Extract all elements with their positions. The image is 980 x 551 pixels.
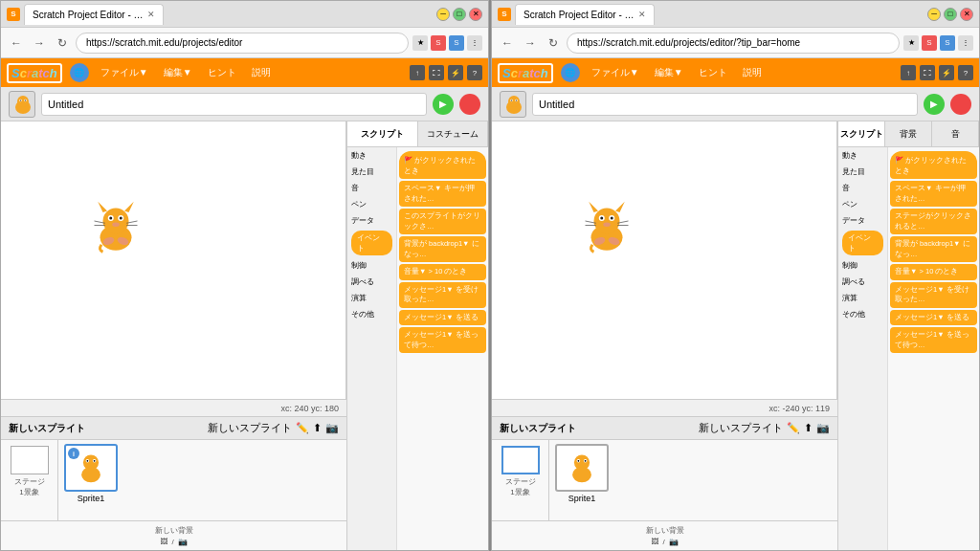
right-cat-control[interactable]: 制御 <box>838 257 887 274</box>
right-sprite-item-1[interactable]: Sprite1 <box>553 444 611 511</box>
right-refresh-btn[interactable]: ↻ <box>544 33 563 53</box>
left-ext-icon1[interactable]: S <box>431 35 446 51</box>
left-forward-btn[interactable]: → <box>30 33 49 53</box>
right-minimize-btn[interactable]: ─ <box>927 8 941 21</box>
right-block-3[interactable]: 背景が backdrop1▼ になっ… <box>890 236 977 262</box>
left-cat-more[interactable]: その他 <box>347 306 396 322</box>
right-cat-looks[interactable]: 見た目 <box>838 164 887 180</box>
left-cat-data[interactable]: データ <box>347 212 396 229</box>
right-fullscreen-icon[interactable]: ⛶ <box>920 65 935 80</box>
left-cat-operators[interactable]: 演算 <box>347 290 396 306</box>
left-cat-sprite[interactable] <box>87 198 145 255</box>
right-cat-sound[interactable]: 音 <box>838 180 887 196</box>
right-stage-canvas[interactable] <box>492 121 837 399</box>
right-ext-icon1[interactable]: S <box>922 35 937 51</box>
left-globe-icon[interactable]: 🌐 <box>70 63 89 82</box>
left-block-5[interactable]: メッセージ1▼ を受け取った… <box>399 282 486 308</box>
right-paint-icon[interactable]: ✏️ <box>787 422 800 434</box>
right-menu-file[interactable]: ファイル▼ <box>588 64 643 81</box>
right-globe-icon[interactable]: 🌐 <box>561 63 580 82</box>
left-maximize-btn[interactable]: □ <box>453 8 466 21</box>
right-address-input[interactable] <box>567 33 900 54</box>
left-block-4[interactable]: 音量▼ > 10 のとき <box>399 264 486 280</box>
left-menu-icon[interactable]: ⋮ <box>467 35 482 51</box>
right-tab-scripts[interactable]: スクリプト <box>838 121 885 146</box>
right-menu-edit[interactable]: 編集▼ <box>651 64 687 81</box>
right-back-btn[interactable]: ← <box>498 33 517 53</box>
right-help-icon[interactable]: ? <box>958 65 973 80</box>
right-sprite-thumb-1[interactable] <box>555 444 609 492</box>
left-block-1[interactable]: スペース▼ キーが押された… <box>399 181 486 207</box>
right-forward-btn[interactable]: → <box>521 33 540 53</box>
left-tab[interactable]: Scratch Project Editor - … ✕ <box>24 4 164 25</box>
right-block-6[interactable]: メッセージ1▼ を送る <box>890 310 977 326</box>
right-tab-sound[interactable]: 音 <box>932 121 979 146</box>
left-tab-close[interactable]: ✕ <box>147 10 155 19</box>
left-cat-events[interactable]: イベント <box>351 231 392 255</box>
right-close-btn[interactable]: ✕ <box>960 8 973 21</box>
right-backdrop-upload-icon[interactable]: / <box>662 538 664 546</box>
right-cat-pen[interactable]: ペン <box>838 196 887 212</box>
left-cat-control[interactable]: 制御 <box>347 257 396 274</box>
right-menu-icon[interactable]: ⋮ <box>958 35 973 51</box>
left-refresh-btn[interactable]: ↻ <box>53 33 72 53</box>
left-project-name-input[interactable] <box>41 93 427 116</box>
right-bookmark-icon[interactable]: ★ <box>903 35 919 51</box>
right-cat-data[interactable]: データ <box>838 212 887 229</box>
right-cat-sensing[interactable]: 調べる <box>838 274 887 290</box>
left-menu-hints[interactable]: ヒント <box>204 64 240 81</box>
left-cat-sound[interactable]: 音 <box>347 180 396 196</box>
right-project-name-input[interactable] <box>532 93 918 116</box>
left-cat-looks[interactable]: 見た目 <box>347 164 396 180</box>
right-block-0[interactable]: 🚩 がクリックされたとき <box>890 151 977 179</box>
right-block-4[interactable]: 音量▼ > 10 のとき <box>890 264 977 280</box>
right-cat-more[interactable]: その他 <box>838 306 887 322</box>
right-camera-icon[interactable]: 📷 <box>816 422 830 434</box>
left-close-btn[interactable]: ✕ <box>469 8 482 21</box>
right-upload-icon[interactable]: ↑ <box>901 65 916 80</box>
left-cat-pen[interactable]: ペン <box>347 196 396 212</box>
right-cat-events[interactable]: イベント <box>842 231 883 255</box>
right-tab-close[interactable]: ✕ <box>638 10 646 19</box>
left-sprite-info-badge[interactable]: i <box>68 448 79 459</box>
left-backdrop-camera-icon[interactable]: 📷 <box>178 538 188 546</box>
right-menu-hints[interactable]: ヒント <box>695 64 731 81</box>
left-block-6[interactable]: メッセージ1▼ を送る <box>399 310 486 326</box>
left-block-2[interactable]: このスプライトがクリックさ… <box>399 209 486 234</box>
right-block-2[interactable]: ステージがクリックされると… <box>890 209 977 234</box>
left-ext-icon2[interactable]: S <box>449 35 464 51</box>
right-block-5[interactable]: メッセージ1▼ を受け取った… <box>890 282 977 308</box>
left-block-7[interactable]: メッセージ1▼ を送って待つ… <box>399 327 486 353</box>
right-cat-motion[interactable]: 動き <box>838 147 887 164</box>
left-menu-edit[interactable]: 編集▼ <box>160 64 196 81</box>
left-stage-canvas[interactable] <box>1 121 346 399</box>
right-menu-about[interactable]: 説明 <box>739 64 766 81</box>
left-tab-costumes[interactable]: コスチューム <box>418 121 489 146</box>
left-sprite-thumb-1[interactable]: i <box>64 444 118 492</box>
right-cat-sprite[interactable] <box>578 198 635 255</box>
left-stage-thumb[interactable]: ステージ1景象 <box>1 440 58 520</box>
left-back-btn[interactable]: ← <box>7 33 26 53</box>
left-address-input[interactable] <box>76 33 409 54</box>
left-menu-about[interactable]: 説明 <box>248 64 275 81</box>
left-block-0[interactable]: 🚩 がクリックされたとき <box>399 151 486 179</box>
right-turbo-icon[interactable]: ⚡ <box>939 65 954 80</box>
left-bookmark-icon[interactable]: ★ <box>412 35 428 51</box>
left-sprite-item-1[interactable]: i Sprite1 <box>62 444 120 511</box>
right-block-7[interactable]: メッセージ1▼ を送って待つ… <box>890 327 977 353</box>
right-stage-thumb[interactable]: ステージ1景象 <box>492 440 549 520</box>
left-block-3[interactable]: 背景が backdrop1▼ になっ… <box>399 236 486 262</box>
right-tab[interactable]: Scratch Project Editor - … ✕ <box>515 4 655 25</box>
left-help-icon[interactable]: ? <box>467 65 482 80</box>
left-upload-sprite-icon[interactable]: ⬆ <box>313 422 322 434</box>
right-cat-operators[interactable]: 演算 <box>838 290 887 306</box>
left-paint-icon[interactable]: ✏️ <box>296 422 309 434</box>
left-minimize-btn[interactable]: ─ <box>436 8 450 21</box>
right-ext-icon2[interactable]: S <box>940 35 955 51</box>
right-tab-background[interactable]: 背景 <box>885 121 932 146</box>
left-backdrop-upload-icon[interactable]: / <box>171 538 173 546</box>
left-stop-btn[interactable] <box>459 94 480 115</box>
left-menu-file[interactable]: ファイル▼ <box>97 64 152 81</box>
left-upload-icon[interactable]: ↑ <box>410 65 425 80</box>
right-stop-btn[interactable] <box>950 94 971 115</box>
